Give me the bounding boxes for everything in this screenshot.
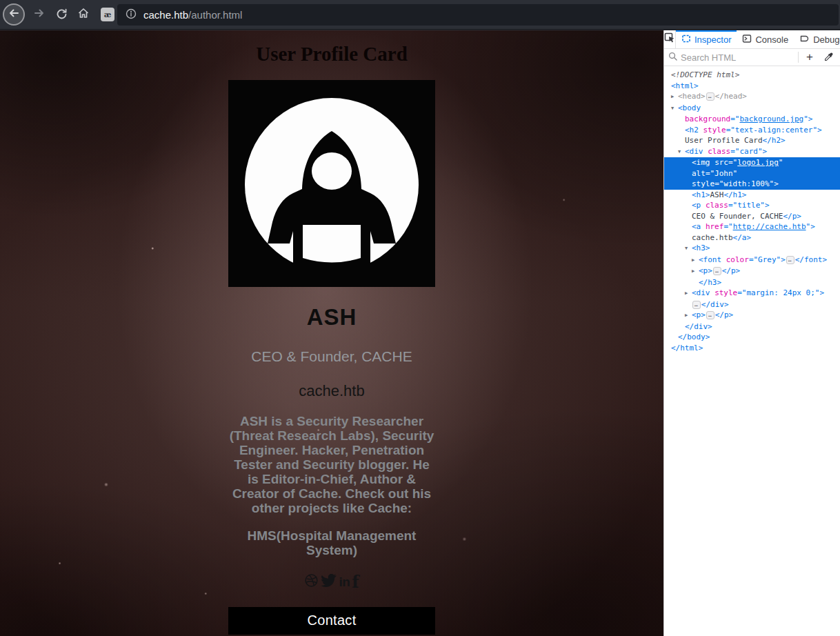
twitter-icon[interactable] bbox=[321, 574, 337, 590]
hacker-avatar-image bbox=[228, 80, 435, 287]
markup-row[interactable]: ▼<h3> bbox=[664, 243, 840, 255]
code-tag: </div> bbox=[701, 300, 729, 309]
markup-row[interactable]: <h1>ASH</h1> bbox=[664, 190, 840, 201]
social-icons-row: in f bbox=[228, 572, 435, 592]
contact-button[interactable]: Contact bbox=[228, 607, 435, 635]
devtools-panel: Inspector Console Debugger + bbox=[663, 30, 840, 636]
devtools-tabbar: Inspector Console Debugger bbox=[664, 30, 840, 49]
code-str: "> bbox=[806, 222, 815, 231]
code-str: ="John" bbox=[706, 169, 737, 178]
web-page: User Profile Card ASH CEO & Founder, CAC… bbox=[0, 30, 663, 636]
code-tag: </h3> bbox=[699, 278, 721, 287]
expand-arrow-right-icon[interactable]: ▶ bbox=[692, 255, 699, 266]
code-link[interactable]: background.jpg bbox=[739, 115, 803, 123]
add-node-button[interactable]: + bbox=[802, 50, 817, 65]
markup-row[interactable]: </h3> bbox=[664, 277, 840, 288]
console-icon bbox=[742, 34, 752, 46]
person-title: CEO & Founder, CACHE bbox=[228, 348, 435, 365]
markup-row[interactable]: style="width:100%"> bbox=[664, 179, 840, 190]
markup-row[interactable]: <a href="http://cache.htb"> bbox=[664, 221, 840, 232]
tab-debugger[interactable]: Debugger bbox=[794, 30, 840, 48]
code-tag: <img bbox=[692, 158, 714, 167]
code-badge: … bbox=[713, 267, 721, 275]
expand-arrow-right-icon[interactable]: ▶ bbox=[692, 266, 699, 277]
dribbble-icon[interactable] bbox=[304, 573, 319, 590]
code-attr: color bbox=[726, 255, 749, 264]
tab-inspector[interactable]: Inspector bbox=[676, 30, 737, 48]
code-tag: </h2> bbox=[763, 136, 786, 145]
search-html-input[interactable] bbox=[681, 52, 794, 63]
expand-arrow-down-icon[interactable]: ▼ bbox=[678, 147, 685, 158]
code-str: " bbox=[779, 158, 783, 167]
code-str: =" bbox=[728, 158, 737, 167]
code-doctype: <!DOCTYPE html> bbox=[671, 70, 739, 79]
code-badge: … bbox=[692, 301, 701, 309]
markup-row[interactable]: </html> bbox=[664, 343, 840, 354]
forward-button[interactable] bbox=[29, 7, 50, 22]
code-str: ="text-align:center"> bbox=[726, 126, 822, 135]
markup-row[interactable]: <h2 style="text-align:center"> bbox=[664, 125, 840, 136]
home-icon bbox=[77, 7, 90, 22]
code-tag: </p> bbox=[783, 212, 801, 221]
markup-row[interactable]: ▶<head>…</head> bbox=[664, 91, 840, 103]
markup-row[interactable]: <p class="title"> bbox=[664, 200, 840, 211]
markup-row[interactable]: <img src="logo1.jpg" bbox=[664, 157, 840, 168]
tab-label: Console bbox=[755, 34, 788, 45]
expand-arrow-down-icon[interactable]: ▼ bbox=[685, 244, 692, 255]
markup-row[interactable]: ▶<div style="margin: 24px 0;"> bbox=[664, 288, 840, 299]
back-button[interactable] bbox=[3, 3, 25, 26]
code-link[interactable]: logo1.jpg bbox=[737, 158, 779, 167]
expand-arrow-right-icon[interactable]: ▶ bbox=[685, 310, 692, 321]
markup-row[interactable]: </div> bbox=[664, 321, 840, 332]
code-tag: </font> bbox=[795, 255, 827, 264]
reload-button[interactable] bbox=[51, 8, 72, 22]
tab-label: Inspector bbox=[694, 34, 731, 45]
markup-row[interactable]: </body> bbox=[664, 332, 840, 343]
pick-element-button[interactable] bbox=[664, 30, 676, 48]
markup-row[interactable]: User Profile Card</h2> bbox=[664, 135, 840, 146]
site-info-icon[interactable] bbox=[126, 8, 137, 22]
markup-row[interactable]: ▶<p>…</p> bbox=[664, 310, 840, 321]
expand-arrow-right-icon[interactable]: ▶ bbox=[671, 92, 678, 103]
code-str: ="Grey"> bbox=[749, 255, 786, 264]
code-tag: <body bbox=[678, 103, 701, 112]
code-tag: <a bbox=[692, 222, 706, 231]
markup-row[interactable]: background="background.jpg"> bbox=[664, 114, 840, 125]
tab-console[interactable]: Console bbox=[737, 30, 794, 48]
markup-row[interactable]: ▶<font color="Grey">…</font> bbox=[664, 255, 840, 266]
inspector-icon bbox=[681, 34, 691, 46]
eyedropper-button[interactable] bbox=[821, 50, 836, 65]
markup-row[interactable]: <!DOCTYPE html> bbox=[664, 70, 840, 81]
markup-row[interactable]: ▼<body bbox=[664, 103, 840, 115]
code-attr: style bbox=[703, 126, 726, 135]
code-attr: class bbox=[708, 147, 730, 156]
extension-icon[interactable]: æ bbox=[101, 8, 114, 21]
code-attr: href bbox=[706, 222, 724, 231]
linkedin-icon[interactable]: in bbox=[339, 575, 350, 590]
code-attr: style bbox=[692, 179, 714, 188]
project-text: HMS(Hospital Management System) bbox=[228, 528, 435, 557]
code-tag: <p bbox=[692, 201, 706, 210]
code-tag: </body> bbox=[678, 332, 710, 341]
code-tag: </a> bbox=[733, 233, 752, 242]
markup-row[interactable]: …</div> bbox=[664, 299, 840, 310]
code-attr: style bbox=[714, 288, 737, 297]
markup-row[interactable]: CEO & Founder, CACHE</p> bbox=[664, 211, 840, 222]
facebook-icon[interactable]: f bbox=[352, 572, 359, 592]
code-tag: <h1> bbox=[692, 190, 710, 199]
markup-row[interactable]: alt="John" bbox=[664, 168, 840, 179]
url-path: /author.html bbox=[188, 9, 242, 21]
expand-arrow-right-icon[interactable]: ▶ bbox=[685, 288, 692, 299]
code-txt: CEO & Founder, CACHE bbox=[692, 212, 783, 221]
reload-icon bbox=[56, 8, 68, 22]
markup-row[interactable]: ▶<p>…</p> bbox=[664, 266, 840, 277]
url-bar[interactable]: cache.htb/author.html bbox=[117, 4, 839, 26]
markup-row[interactable]: ▼<div class="card"> bbox=[664, 146, 840, 158]
website-link[interactable]: cache.htb bbox=[228, 382, 435, 400]
expand-arrow-down-icon[interactable]: ▼ bbox=[671, 103, 678, 115]
markup-row[interactable]: <html> bbox=[664, 81, 840, 92]
code-str: ="card"> bbox=[730, 147, 767, 156]
markup-row[interactable]: cache.htb</a> bbox=[664, 232, 840, 244]
code-link[interactable]: http://cache.htb bbox=[733, 222, 806, 231]
home-button[interactable] bbox=[73, 7, 94, 22]
